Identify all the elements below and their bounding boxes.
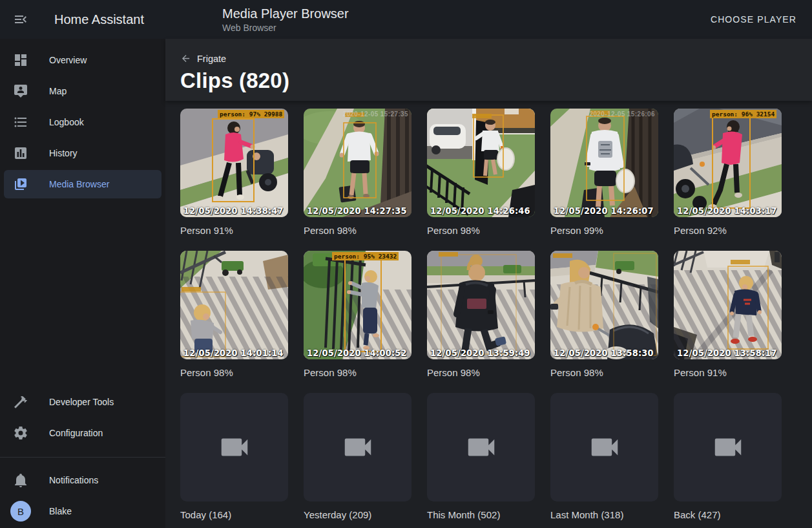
- sidebar-item-overview[interactable]: Overview: [4, 46, 161, 74]
- video-camera-icon: [340, 430, 375, 465]
- clip-caption: Person 98%: [304, 225, 411, 237]
- folder-caption: Yesterday (209): [304, 509, 411, 521]
- clip-caption: Person 92%: [674, 225, 782, 237]
- page-title: Clips (820): [180, 69, 812, 93]
- dashboard-icon: [13, 52, 28, 68]
- sidebar-item-label: Developer Tools: [49, 397, 114, 407]
- clip-caption: Person 99%: [550, 225, 658, 237]
- user-name: Blake: [49, 506, 72, 516]
- clip-caption: Person 91%: [674, 367, 782, 379]
- clip-photo: [304, 109, 411, 217]
- clip-photo: [550, 251, 658, 359]
- folder-tile-yesterday[interactable]: Yesterday (209): [304, 393, 411, 521]
- video-camera-icon: [464, 430, 499, 465]
- sidebar-item-label: Logbook: [49, 117, 84, 127]
- clip-caption: Person 98%: [427, 225, 535, 237]
- top-app-bar: Home Assistant Media Player Browser Web …: [0, 0, 812, 39]
- sidebar-item-developer-tools[interactable]: Developer Tools: [4, 388, 161, 416]
- clip-photo: [550, 109, 658, 217]
- clip-timestamp-overlay: 12/05/2020 13:59:49: [430, 347, 530, 358]
- clip-tile[interactable]: 2020-12-05 15:27:35 12/05/2020 14:27:35 …: [304, 109, 411, 237]
- panel-title: Media Player Browser: [222, 6, 349, 21]
- clip-photo: [674, 251, 782, 359]
- clip-timestamp-overlay: 12/05/2020 14:00:52: [307, 347, 407, 358]
- clip-caption: Person 91%: [180, 225, 288, 237]
- clip-timestamp-overlay: 12/05/2020 14:01:14: [183, 347, 284, 358]
- clip-tile[interactable]: 2020-12-05 15:26:06 12/05/2020 14:26:07 …: [550, 109, 658, 237]
- sidebar-divider: [0, 457, 165, 458]
- sidebar-item-configuration[interactable]: Configuration: [4, 419, 161, 447]
- breadcrumb-label: Frigate: [197, 54, 226, 64]
- sidebar-item-label: Overview: [49, 55, 87, 65]
- clip-thumbnail: person: 96% 32154 12/05/2020 14:03:17: [674, 109, 782, 217]
- sidebar-item-map[interactable]: Map: [4, 77, 161, 105]
- folder-tile-last-month[interactable]: Last Month (318): [550, 393, 658, 521]
- bell-icon: [13, 472, 28, 488]
- arrow-left-icon: [180, 53, 191, 64]
- sidebar-item-label: Notifications: [49, 475, 98, 485]
- clip-photo: [674, 109, 782, 217]
- clip-thumbnail: person: 95% 23432 12/05/2020 14:00:52: [304, 251, 411, 359]
- clip-timestamp-overlay: 12/05/2020 14:03:17: [677, 205, 777, 216]
- clip-caption: Person 98%: [180, 367, 288, 379]
- sidebar-item-media-browser[interactable]: Media Browser: [4, 170, 161, 198]
- panel-subtitle: Web Browser: [222, 22, 349, 34]
- sidebar-item-notifications[interactable]: Notifications: [4, 466, 161, 494]
- choose-player-button[interactable]: CHOOSE PLAYER: [705, 9, 802, 30]
- clip-thumbnail: 12/05/2020 13:58:30: [550, 251, 658, 359]
- detection-label-chip: [182, 287, 201, 291]
- clip-tile[interactable]: 12/05/2020 13:58:30 Person 98%: [550, 251, 658, 379]
- detection-label-chip: [553, 253, 572, 258]
- folder-tile-back[interactable]: Back (427): [674, 393, 782, 521]
- folder-thumbnail: [674, 393, 782, 502]
- panel-title-block: Media Player Browser Web Browser: [222, 6, 349, 34]
- folder-caption: Back (427): [674, 509, 782, 521]
- folder-caption: Today (164): [180, 509, 288, 521]
- clip-thumbnail: 12/05/2020 14:26:46: [427, 109, 535, 217]
- clip-thumbnail: 12/05/2020 14:01:14: [180, 251, 288, 359]
- sidebar-spacer: [0, 200, 165, 386]
- sidebar-item-logbook[interactable]: Logbook: [4, 108, 161, 136]
- sidebar-item-label: Media Browser: [49, 179, 109, 189]
- app-title: Home Assistant: [54, 12, 144, 27]
- video-camera-icon: [711, 430, 745, 465]
- person-tooltip-icon: [13, 83, 28, 99]
- clip-timestamp-overlay: 12/05/2020 13:58:30: [554, 347, 654, 358]
- clip-timestamp-overlay: 12/05/2020 14:38:47: [183, 205, 284, 216]
- clip-caption: Person 98%: [550, 367, 658, 379]
- clip-tile[interactable]: person: 96% 32154 12/05/2020 14:03:17 Pe…: [674, 109, 782, 237]
- media-browser-content: Frigate Clips (820): [165, 39, 812, 528]
- content-header: Frigate Clips (820): [165, 39, 812, 101]
- sidebar: Overview Map Logbook History Media Brows…: [0, 39, 165, 528]
- clip-photo: [304, 251, 411, 359]
- clip-tile[interactable]: 12/05/2020 14:01:14 Person 98%: [180, 251, 288, 379]
- camera-osd-timestamp: 2020-12-05 15:27:35: [342, 111, 408, 118]
- clip-timestamp-overlay: 12/05/2020 14:26:07: [554, 205, 654, 216]
- clip-tile[interactable]: 12/05/2020 13:58:17 Person 91%: [674, 251, 782, 379]
- detection-label-chip: [472, 114, 492, 118]
- detection-label-chip: [439, 252, 458, 257]
- clip-caption: Person 98%: [304, 367, 411, 379]
- clip-photo: [427, 251, 535, 359]
- gear-icon: [13, 425, 28, 441]
- clip-tile[interactable]: person: 95% 23432 12/05/2020 14:00:52 Pe…: [304, 251, 411, 379]
- folder-tile-this-month[interactable]: This Month (502): [427, 393, 535, 521]
- clip-timestamp-overlay: 12/05/2020 14:27:35: [307, 205, 407, 216]
- clip-tile[interactable]: person: 97% 29988 12/05/2020 14:38:47 Pe…: [180, 109, 288, 237]
- detection-label-chip: person: 96% 32154: [710, 110, 776, 118]
- app-shell: Overview Map Logbook History Media Brows…: [0, 39, 812, 528]
- clip-tile[interactable]: 12/05/2020 14:26:46 Person 98%: [427, 109, 535, 237]
- menu-open-icon[interactable]: [13, 12, 28, 27]
- clip-tile[interactable]: 12/05/2020 13:59:49 Person 98%: [427, 251, 535, 379]
- clip-photo: [180, 109, 288, 217]
- breadcrumb[interactable]: Frigate: [180, 53, 226, 64]
- video-camera-icon: [217, 430, 252, 465]
- topbar-sidebar-section: Home Assistant: [0, 12, 165, 27]
- detection-label-chip: person: 97% 29988: [218, 110, 284, 118]
- folder-caption: This Month (502): [427, 509, 535, 521]
- sidebar-item-user-profile[interactable]: B Blake: [4, 497, 161, 525]
- folder-tile-today[interactable]: Today (164): [180, 393, 288, 521]
- sidebar-item-history[interactable]: History: [4, 139, 161, 167]
- clip-timestamp-overlay: 12/05/2020 13:58:17: [677, 347, 777, 358]
- clip-thumbnail: person: 97% 29988 12/05/2020 14:38:47: [180, 109, 288, 217]
